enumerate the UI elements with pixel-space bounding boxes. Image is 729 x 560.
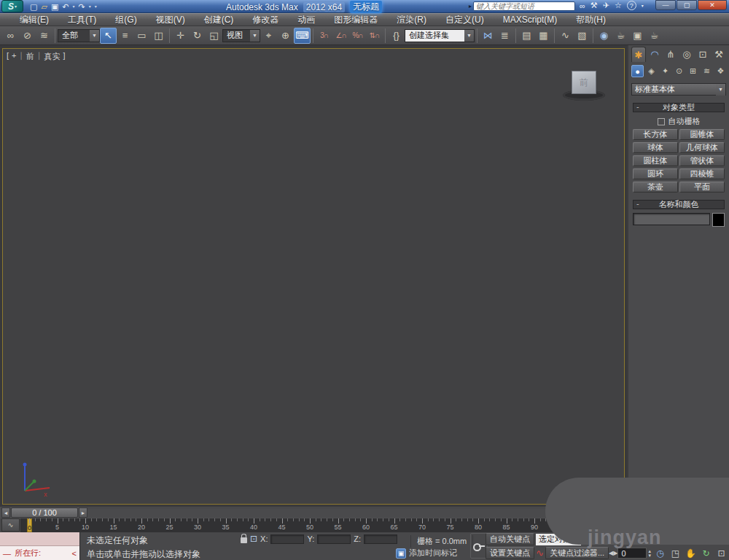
frame-spinner[interactable]: ▲▼ xyxy=(647,549,652,558)
redo-icon[interactable]: ↷ xyxy=(78,1,86,12)
bind-to-space-warp-button[interactable]: ≋ xyxy=(36,28,52,44)
tab-create[interactable]: ✱ xyxy=(631,47,646,62)
set-key-button[interactable]: 设置关键点 xyxy=(486,547,534,559)
undo-icon[interactable]: ↶ xyxy=(61,1,69,12)
x-coordinate-field[interactable] xyxy=(270,534,304,544)
select-object-button[interactable]: ↖ xyxy=(100,28,117,44)
material-editor-button[interactable]: ◉ xyxy=(596,28,612,44)
rectangular-selection-region-button[interactable]: ▭ xyxy=(133,28,150,44)
tab-motion[interactable]: ◎ xyxy=(679,47,694,62)
y-coordinate-field[interactable] xyxy=(317,534,351,544)
select-and-link-button[interactable]: ∞ xyxy=(2,28,19,44)
favorites-star-icon[interactable]: ☆ xyxy=(615,1,622,10)
subcat-shapes[interactable]: ◈ xyxy=(645,65,658,77)
next-frame-arrow[interactable]: ► xyxy=(79,508,87,518)
primitive-button[interactable]: 平面 xyxy=(679,182,725,192)
viewport-shading-menu[interactable]: 真实 xyxy=(44,51,61,62)
z-coordinate-field[interactable] xyxy=(364,534,397,544)
subcat-lights[interactable]: ✦ xyxy=(659,65,671,77)
percent-snap-toggle[interactable]: %∩ xyxy=(349,28,366,44)
viewport-general-menu[interactable]: + xyxy=(12,51,16,62)
menu-item[interactable]: 视图(V) xyxy=(147,14,195,26)
select-and-manipulate-button[interactable]: ⊕ xyxy=(277,28,294,44)
subcat-helpers[interactable]: ⊞ xyxy=(687,65,699,77)
primitive-button[interactable]: 管状体 xyxy=(679,155,725,166)
new-scene-icon[interactable]: ▢ xyxy=(29,1,38,12)
time-slider-handle[interactable]: 0 / 100 xyxy=(11,508,78,518)
redo-dropdown-arrow-icon[interactable]: ▾ xyxy=(88,1,92,12)
search-icon[interactable]: ∞ xyxy=(580,1,585,10)
communication-center-icon[interactable]: ✈ xyxy=(603,1,609,10)
subcat-cameras[interactable]: ⊙ xyxy=(673,65,685,77)
tab-display[interactable]: ⊡ xyxy=(695,47,710,62)
subcat-space-warps[interactable]: ≋ xyxy=(701,65,713,77)
snap-toggle-3d-button[interactable]: 3∩ xyxy=(316,28,332,44)
autogrid-checkbox[interactable] xyxy=(658,118,665,125)
primitive-button[interactable]: 茶壶 xyxy=(633,182,678,192)
close-button[interactable]: ✕ xyxy=(698,0,727,10)
add-time-tag[interactable]: 添加时间标记 xyxy=(409,548,457,559)
object-color-swatch[interactable] xyxy=(712,213,725,227)
front-viewport[interactable]: [ + ∣ 前 ∣ 真实 ] 前 x xyxy=(2,48,625,505)
subcat-geometry[interactable]: ● xyxy=(631,65,644,77)
dropdown-arrow-icon[interactable]: ▼ xyxy=(90,30,99,42)
schematic-view-button[interactable]: ▧ xyxy=(574,28,590,44)
graphite-ribbon-toggle[interactable]: ▦ xyxy=(535,28,552,44)
primitive-button[interactable]: 圆环 xyxy=(633,168,678,179)
toolbar-options-arrow-icon[interactable]: ▾ xyxy=(94,1,98,12)
render-setup-button[interactable]: ☕ xyxy=(612,28,629,44)
menu-item[interactable]: MAXScript(M) xyxy=(494,15,567,25)
quick-render-button[interactable]: ☕ xyxy=(646,28,663,44)
dropdown-arrow-icon[interactable]: ▼ xyxy=(464,30,474,42)
selection-lock-icon[interactable] xyxy=(241,537,247,543)
new-key-curve-icon[interactable]: ∿ xyxy=(536,548,544,559)
maximize-button[interactable]: ▢ xyxy=(677,0,697,10)
edit-named-selection-sets-button[interactable]: {} xyxy=(388,28,405,44)
keyboard-shortcut-override-toggle[interactable]: ⌨ xyxy=(294,28,311,44)
maximize-viewport-toggle[interactable]: ⊡ xyxy=(714,547,729,559)
primitive-button[interactable]: 圆柱体 xyxy=(633,155,678,166)
pan-view-button[interactable]: ✋ xyxy=(683,547,698,559)
rendered-frame-window-button[interactable]: ▣ xyxy=(629,28,646,44)
application-menu-button[interactable]: S ▾ xyxy=(1,0,23,12)
menu-item[interactable]: 组(G) xyxy=(106,14,146,26)
absolute-mode-icon[interactable]: ⊡ xyxy=(250,534,257,544)
viewcube-cube[interactable]: 前 xyxy=(572,71,596,94)
spinner-snap-toggle[interactable]: ⇅∩ xyxy=(366,28,383,44)
save-file-icon[interactable]: ▣ xyxy=(50,1,59,12)
object-type-rollout-header[interactable]: - 对象类型 xyxy=(633,103,725,112)
viewcube[interactable]: 前 xyxy=(563,69,607,103)
object-name-input[interactable] xyxy=(633,213,710,225)
orbit-button[interactable]: ↻ xyxy=(698,547,714,559)
select-and-rotate-button[interactable]: ↻ xyxy=(189,28,206,44)
window-crossing-toggle[interactable]: ◫ xyxy=(150,28,167,44)
maxscript-mini-listener[interactable]: — 所在行: < xyxy=(0,532,80,560)
current-frame-field[interactable]: 0 xyxy=(617,548,647,559)
dropdown-arrow-icon[interactable]: ▼ xyxy=(250,30,260,42)
previous-frame-arrow[interactable]: ◄ xyxy=(1,508,10,518)
menu-item[interactable]: 动画 xyxy=(288,14,324,26)
unlink-selection-button[interactable]: ⊘ xyxy=(19,28,36,44)
help-icon[interactable]: ? xyxy=(627,1,636,10)
select-and-move-button[interactable]: ✛ xyxy=(172,28,189,44)
viewport-pov-menu[interactable]: 前 xyxy=(26,51,34,62)
name-color-rollout-header[interactable]: - 名称和颜色 xyxy=(633,200,725,209)
angle-snap-toggle[interactable]: ∠∩ xyxy=(332,28,349,44)
search-input[interactable] xyxy=(473,1,575,11)
menu-item[interactable]: 工具(T) xyxy=(58,14,106,26)
open-file-icon[interactable]: ▱ xyxy=(40,1,47,12)
primitive-button[interactable]: 球体 xyxy=(633,142,678,153)
menu-item[interactable]: 修改器 xyxy=(243,14,288,26)
open-mini-curve-editor-button[interactable]: ∿ xyxy=(1,518,20,532)
auto-key-button[interactable]: 自动关键点 xyxy=(486,533,534,545)
primitive-button[interactable]: 长方体 xyxy=(633,129,678,140)
subscription-center-icon[interactable]: ⚒ xyxy=(590,1,598,10)
menu-item[interactable]: 创建(C) xyxy=(195,14,243,26)
mirror-button[interactable]: ⋈ xyxy=(480,28,496,44)
reference-coordinate-system-dropdown[interactable]: 视图▼ xyxy=(222,29,260,42)
menu-item[interactable]: 自定义(U) xyxy=(436,14,494,26)
macro-recorder-pane[interactable] xyxy=(0,532,79,546)
tab-utilities[interactable]: ⚒ xyxy=(712,47,726,62)
search-flyout-arrow-icon[interactable]: ▸ xyxy=(469,3,472,9)
trackbar-ruler[interactable]: 0 51015202530354045505560657075808590 xyxy=(20,518,627,532)
